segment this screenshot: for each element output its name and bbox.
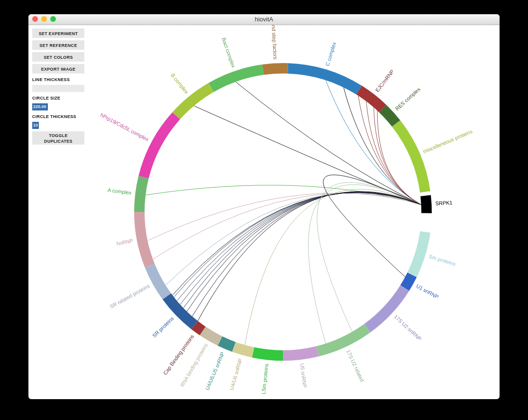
ring-section[interactable] [407,231,430,277]
ring-section[interactable] [392,120,430,193]
section-label: Second step factors [270,25,278,60]
app-window: hiovitA SET EXPERIMENT SET REFERENCE SET… [28,14,500,399]
ring-section[interactable] [262,63,288,75]
chord [236,82,421,205]
ring-section[interactable] [173,83,214,119]
ring-section[interactable] [134,212,155,268]
section-label: U5 snRNP [299,363,308,388]
ring-section[interactable] [138,112,180,178]
section-label: SR proteins [151,315,175,338]
chord [165,193,421,285]
chord [180,192,421,304]
chord [146,185,421,205]
section-label: miscelleneous proteins [422,128,473,155]
ring-section[interactable] [134,176,149,212]
window-title: hiovitA [255,16,273,23]
ring-section[interactable] [209,64,264,92]
chord [317,183,421,332]
section-label: LSm proteins [261,363,270,394]
chord [177,192,421,301]
chord [187,192,421,311]
ring-section[interactable] [288,63,362,94]
maximize-icon[interactable] [50,16,56,22]
section-label: Sm proteins [428,253,456,267]
section-label: 17S U2 related [346,349,365,383]
ring-section[interactable] [283,346,319,361]
titlebar: hiovitA [28,14,500,25]
chord [153,193,421,259]
chord [183,192,421,308]
section-label: RES complex [394,86,422,111]
section-label: SRPK1 [435,200,453,206]
section-label: B complex [170,72,190,95]
section-label: hPrp19/Cdc5L complex [100,112,150,142]
section-label: hnRNP [116,237,134,247]
chord [147,193,421,240]
section-label: SR related proteins [109,283,151,310]
section-label: 17S U2 snRNP [393,313,423,342]
section-label: U1 snRNP [415,283,439,300]
minimize-icon[interactable] [41,16,47,22]
section-label: C complex [324,41,337,67]
section-label: U4/U6 snRNP [228,358,243,391]
chord [198,192,421,321]
section-label: A complex [107,187,132,196]
ring-section[interactable] [232,342,255,357]
ring-section[interactable] [145,264,171,299]
ring-section[interactable] [252,347,283,361]
chord [174,192,421,297]
section-label: U4/U6.U5 snRNP [204,351,226,391]
chord-diagram: Sm proteinsU1 snRNP17S U2 snRNP17S U2 re… [55,25,473,399]
section-label: EJC/mRNP [374,69,395,93]
close-icon[interactable] [32,16,38,22]
section-label: Bact complex [221,37,237,69]
hub-section[interactable] [420,195,432,213]
